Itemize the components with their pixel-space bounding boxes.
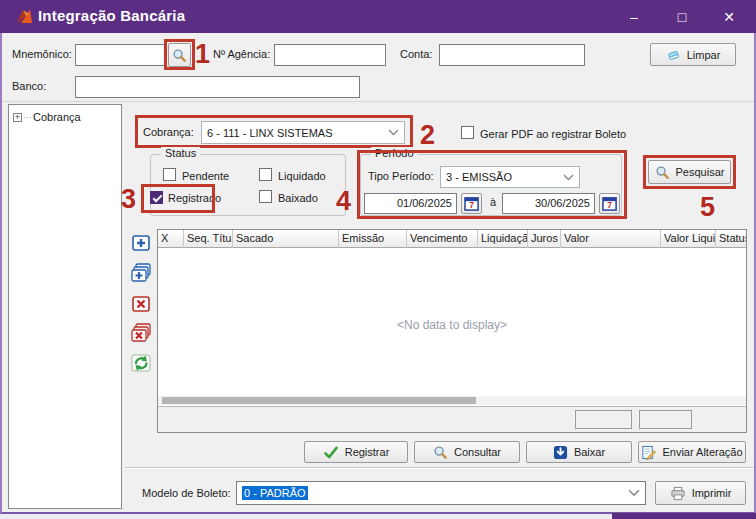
registrar-button[interactable]: Registrar: [304, 441, 408, 463]
status-group-title: Status: [161, 147, 200, 159]
column-header-vencimento[interactable]: Vencimento: [407, 230, 478, 248]
agencia-input[interactable]: [274, 44, 386, 66]
screen: Integração Bancária – □ ✕ Mnemônico: 1 N…: [0, 0, 756, 519]
tree-node-label: Cobrança: [33, 111, 81, 123]
minimize-button[interactable]: –: [614, 0, 654, 33]
delete-row-icon[interactable]: [129, 292, 153, 316]
annotation-number-5: 5: [700, 194, 715, 221]
annotation-number-4: 4: [336, 188, 351, 215]
liquidado-checkbox[interactable]: [259, 168, 272, 181]
column-header-juros[interactable]: Juros: [528, 230, 561, 248]
column-header-x[interactable]: X: [158, 230, 184, 248]
background-window-edge: [612, 513, 756, 519]
imprimir-label: Imprimir: [692, 487, 732, 499]
modelo-boleto-label: Modelo de Boleto:: [142, 487, 231, 499]
annotation-box-3: [141, 184, 215, 213]
eraser-icon: [666, 48, 681, 62]
chevron-down-icon: [628, 489, 640, 497]
annotation-number-2: 2: [420, 122, 435, 149]
printer-icon: [670, 486, 686, 501]
horizontal-scrollbar[interactable]: [158, 396, 746, 405]
baixado-checkbox[interactable]: [259, 190, 272, 203]
delete-multiple-icon[interactable]: [129, 321, 153, 345]
app-logo-icon: [16, 8, 34, 25]
scrollbar-thumb[interactable]: [162, 397, 476, 404]
annotation-number-3: 3: [121, 186, 136, 213]
footer-panel: [639, 410, 692, 429]
column-header-sacado[interactable]: Sacado: [233, 230, 339, 248]
modelo-boleto-combo[interactable]: 0 - PADRÃO: [236, 481, 646, 505]
limpar-button[interactable]: Limpar: [650, 43, 736, 66]
baixado-label: Baixado: [278, 192, 318, 204]
conta-input[interactable]: [439, 44, 585, 66]
integracao-bancaria-window: Integração Bancária – □ ✕ Mnemônico: 1 N…: [0, 0, 756, 514]
tree-expand-icon[interactable]: +: [13, 113, 22, 122]
annotation-box-4: [357, 150, 627, 219]
titlebar: Integração Bancária – □ ✕: [0, 0, 756, 33]
column-header-emissao[interactable]: Emissão: [339, 230, 407, 248]
mnemonico-label: Mnemônico:: [12, 48, 72, 60]
column-header-status[interactable]: Status: [716, 230, 746, 248]
enviar-alteracao-button[interactable]: Enviar Alteração: [638, 441, 746, 463]
baixar-label: Baixar: [574, 446, 605, 458]
registrar-label: Registrar: [345, 446, 390, 458]
tree-node-cobranca[interactable]: + ··· Cobrança: [13, 111, 81, 123]
gerar-pdf-label: Gerar PDF ao registrar Boleto: [480, 128, 626, 140]
consultar-button[interactable]: Consultar: [414, 441, 520, 463]
column-header-seq-titulo[interactable]: Seq. Títul: [184, 230, 233, 248]
baixar-button[interactable]: Baixar: [526, 441, 632, 463]
maximize-button[interactable]: □: [662, 0, 702, 33]
annotation-box-2: [135, 115, 413, 148]
agencia-label: Nº Agência:: [213, 48, 270, 60]
green-check-icon: [323, 446, 339, 459]
tree-panel: + ··· Cobrança: [8, 104, 122, 509]
edit-document-icon: [641, 445, 656, 460]
boletos-grid: X Seq. Títul Sacado Emissão Vencimento L…: [157, 229, 747, 433]
conta-label: Conta:: [400, 48, 432, 60]
tree-dots: ···: [23, 112, 32, 122]
imprimir-button[interactable]: Imprimir: [655, 481, 746, 505]
banco-label: Banco:: [12, 80, 46, 92]
gerar-pdf-checkbox[interactable]: [461, 126, 474, 139]
column-header-valor-liquidado[interactable]: Valor Liquid: [661, 230, 716, 248]
refresh-icon[interactable]: [129, 351, 153, 375]
limpar-label: Limpar: [687, 49, 721, 61]
download-icon: [553, 445, 568, 460]
mnemonico-input[interactable]: [75, 44, 165, 66]
form-divider: [2, 101, 754, 102]
search-icon: [433, 445, 448, 460]
pendente-label: Pendente: [182, 170, 229, 182]
modelo-boleto-value: 0 - PADRÃO: [242, 486, 308, 500]
column-header-liquidacao[interactable]: Liquidação: [478, 230, 528, 248]
grid-header: X Seq. Títul Sacado Emissão Vencimento L…: [158, 230, 746, 248]
grid-empty-message: <No data to display>: [158, 318, 746, 332]
grid-footer: [158, 406, 746, 432]
close-button[interactable]: ✕: [709, 0, 749, 33]
column-header-valor[interactable]: Valor: [561, 230, 661, 248]
window-title: Integração Bancária: [38, 7, 185, 24]
banco-input[interactable]: [75, 76, 360, 98]
footer-divider: [125, 467, 753, 468]
footer-panel: [575, 410, 632, 429]
enviar-alteracao-label: Enviar Alteração: [662, 446, 742, 458]
consultar-label: Consultar: [454, 446, 501, 458]
annotation-box-5: [643, 155, 736, 189]
annotation-box-1: [164, 39, 195, 70]
add-row-icon[interactable]: [129, 231, 153, 255]
add-multiple-icon[interactable]: [129, 261, 153, 285]
liquidado-label: Liquidado: [278, 170, 326, 182]
annotation-number-1: 1: [195, 41, 210, 68]
pendente-checkbox[interactable]: [163, 168, 176, 181]
